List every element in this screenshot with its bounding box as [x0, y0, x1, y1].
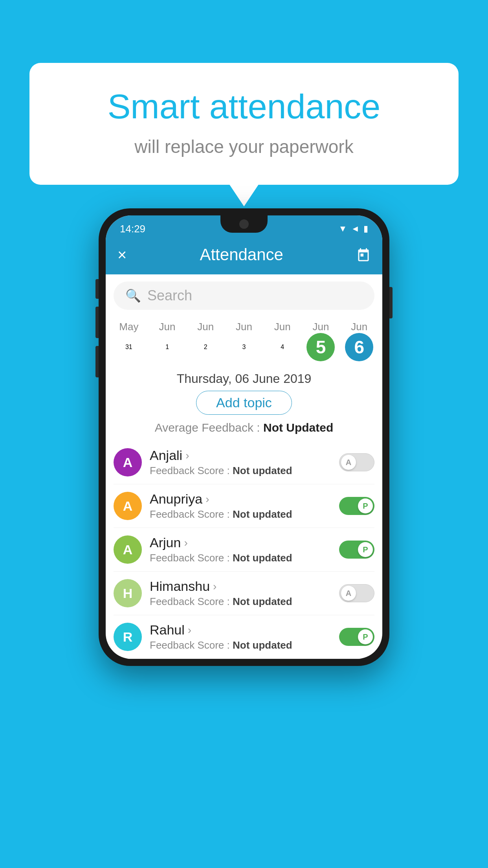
close-button[interactable]: ×	[117, 246, 127, 264]
student-item: HHimanshu ›Feedback Score : Not updatedA	[114, 572, 374, 615]
student-item: AAnjali ›Feedback Score : Not updatedA	[114, 441, 374, 484]
phone-screen: 14:29 ▼ ◄ ▮ × Attendance 🔍 Search	[106, 215, 382, 659]
attendance-toggle[interactable]: A	[339, 584, 374, 602]
date-month: Jun	[302, 321, 340, 333]
calendar-icon[interactable]	[356, 248, 371, 262]
student-info: Rahul ›Feedback Score : Not updated	[150, 622, 331, 651]
phone-button-right	[389, 287, 393, 318]
student-avatar: A	[114, 492, 142, 520]
toggle-knob: P	[358, 498, 373, 513]
toggle-knob: A	[341, 586, 356, 601]
student-score: Feedback Score : Not updated	[150, 639, 331, 651]
phone-notch	[220, 215, 268, 233]
phone-button-left-3	[95, 346, 99, 377]
attendance-toggle[interactable]: A	[339, 453, 374, 471]
date-month: Jun	[186, 321, 225, 333]
date-item-5[interactable]: Jun5	[302, 317, 340, 365]
student-list: AAnjali ›Feedback Score : Not updatedAAA…	[106, 441, 382, 659]
student-score: Feedback Score : Not updated	[150, 552, 331, 564]
date-item-1[interactable]: Jun1	[148, 317, 187, 365]
date-day-circle: 31	[115, 333, 143, 361]
toggle-knob: P	[358, 629, 373, 644]
app-title: Attendance	[200, 245, 283, 264]
selected-date-label: Thursday, 06 June 2019	[106, 371, 382, 386]
student-score: Feedback Score : Not updated	[150, 508, 331, 520]
date-item-2[interactable]: Jun2	[186, 317, 225, 365]
student-item: AAnupriya ›Feedback Score : Not updatedP	[114, 484, 374, 528]
date-month: Jun	[340, 321, 378, 333]
speech-bubble-title: Smart attendance	[57, 86, 431, 127]
student-info: Anjali ›Feedback Score : Not updated	[150, 448, 331, 477]
avg-feedback-value: Not Updated	[263, 421, 333, 434]
student-info: Arjun ›Feedback Score : Not updated	[150, 535, 331, 564]
chevron-right-icon: ›	[184, 537, 187, 549]
chevron-right-icon: ›	[213, 580, 216, 593]
student-item: RRahul ›Feedback Score : Not updatedP	[114, 615, 374, 659]
date-day-circle: 3	[230, 333, 258, 361]
search-icon: 🔍	[125, 288, 141, 303]
date-month: May	[110, 321, 148, 333]
speech-bubble-container: Smart attendance will replace your paper…	[29, 63, 459, 185]
date-day-circle: 4	[268, 333, 297, 361]
date-selector: May31Jun1Jun2Jun3Jun4Jun5Jun6	[106, 317, 382, 365]
date-item-31[interactable]: May31	[110, 317, 148, 365]
avg-feedback: Average Feedback : Not Updated	[106, 421, 382, 434]
toggle-knob: A	[341, 455, 356, 470]
date-item-4[interactable]: Jun4	[263, 317, 302, 365]
student-name[interactable]: Arjun ›	[150, 535, 331, 550]
student-avatar: H	[114, 579, 142, 607]
student-name[interactable]: Rahul ›	[150, 622, 331, 638]
student-score: Feedback Score : Not updated	[150, 596, 331, 608]
date-item-3[interactable]: Jun3	[225, 317, 263, 365]
student-info: Anupriya ›Feedback Score : Not updated	[150, 491, 331, 520]
chevron-right-icon: ›	[205, 493, 209, 506]
signal-icon: ◄	[351, 224, 360, 234]
student-name[interactable]: Anjali ›	[150, 448, 331, 463]
date-day-circle: 6	[345, 333, 373, 361]
date-month: Jun	[148, 321, 187, 333]
status-time: 14:29	[120, 223, 145, 235]
search-bar[interactable]: 🔍 Search	[114, 281, 374, 310]
speech-bubble: Smart attendance will replace your paper…	[29, 63, 459, 185]
chevron-right-icon: ›	[185, 449, 189, 462]
battery-icon: ▮	[363, 224, 368, 234]
search-placeholder: Search	[147, 287, 192, 304]
avg-feedback-label: Average Feedback :	[155, 421, 260, 434]
student-score: Feedback Score : Not updated	[150, 465, 331, 477]
date-month: Jun	[263, 321, 302, 333]
student-avatar: A	[114, 535, 142, 564]
date-month: Jun	[225, 321, 263, 333]
attendance-toggle[interactable]: P	[339, 497, 374, 515]
phone-camera	[239, 219, 249, 229]
chevron-right-icon: ›	[188, 624, 191, 636]
phone-button-left-2	[95, 307, 99, 338]
student-item: AArjun ›Feedback Score : Not updatedP	[114, 528, 374, 572]
student-name[interactable]: Himanshu ›	[150, 579, 331, 594]
add-topic-button[interactable]: Add topic	[196, 391, 292, 415]
attendance-toggle[interactable]: P	[339, 541, 374, 559]
attendance-toggle[interactable]: P	[339, 628, 374, 646]
student-info: Himanshu ›Feedback Score : Not updated	[150, 579, 331, 608]
date-day-circle: 2	[191, 333, 220, 361]
student-avatar: A	[114, 448, 142, 476]
phone-button-left-1	[95, 279, 99, 299]
student-name[interactable]: Anupriya ›	[150, 491, 331, 507]
status-icons: ▼ ◄ ▮	[338, 224, 368, 234]
date-day-circle: 1	[153, 333, 182, 361]
date-item-6[interactable]: Jun6	[340, 317, 378, 365]
student-avatar: R	[114, 623, 142, 651]
add-topic-container: Add topic	[106, 391, 382, 415]
app-header: × Attendance	[106, 239, 382, 274]
wifi-icon: ▼	[338, 224, 347, 234]
speech-bubble-subtitle: will replace your paperwork	[57, 136, 431, 157]
phone-frame: 14:29 ▼ ◄ ▮ × Attendance 🔍 Search	[99, 208, 389, 666]
toggle-knob: P	[358, 542, 373, 557]
date-day-circle: 5	[306, 333, 335, 361]
